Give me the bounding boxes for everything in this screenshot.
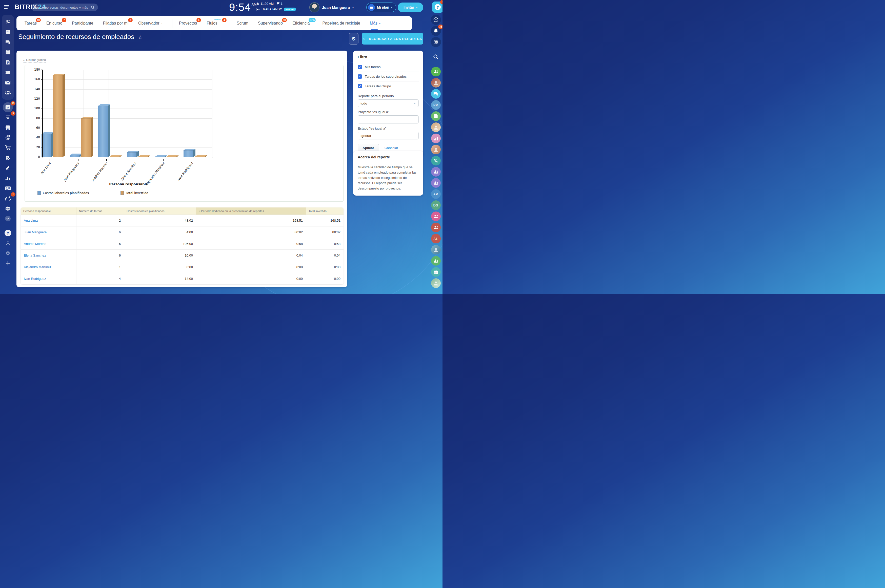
right-search-button[interactable]: [431, 52, 441, 62]
checkbox-checked-icon[interactable]: ✓: [358, 65, 362, 69]
work-timer[interactable]: 9:54 AM: [229, 1, 257, 14]
tab-mas[interactable]: Más▾: [370, 16, 380, 30]
sidebar-settings[interactable]: [3, 248, 13, 258]
favorite-star-icon[interactable]: ☆: [138, 34, 143, 40]
sidebar-item-market[interactable]: [3, 123, 13, 133]
person-link[interactable]: Elena Sanchez: [24, 254, 46, 257]
sidebar-share[interactable]: [3, 238, 13, 248]
filter-checkbox-group[interactable]: ✓ Tareas del Grupo: [358, 81, 419, 91]
chat-avatar-people[interactable]: [431, 178, 441, 188]
chat-avatar-chart[interactable]: [431, 134, 441, 143]
person-link[interactable]: Andrés Moreno: [24, 242, 46, 246]
sidebar-item-shop[interactable]: [3, 143, 13, 153]
sidebar-item-teams[interactable]: [3, 87, 13, 98]
checkbox-checked-icon[interactable]: ✓: [358, 74, 362, 79]
chat-avatar-initials[interactable]: DS: [431, 200, 441, 210]
tab-papelera[interactable]: Papelera de reciclaje: [322, 16, 360, 30]
chat-avatar-people[interactable]: [431, 67, 441, 76]
apply-button[interactable]: Aplicar: [358, 144, 379, 152]
sidebar-item-sign-doc[interactable]: [3, 153, 13, 163]
chat-avatar-photo[interactable]: [431, 78, 441, 87]
tab-scrum[interactable]: Scrum: [237, 16, 248, 30]
bar: [81, 118, 91, 157]
sidebar-item-crm-goal[interactable]: [3, 133, 13, 143]
tab-flujos[interactable]: NUEVOFlujos4: [207, 16, 224, 30]
sidebar-help[interactable]: ?: [3, 228, 13, 238]
sidebar-item-feed[interactable]: [3, 27, 13, 37]
chevron-left-icon[interactable]: ‹: [162, 21, 162, 25]
sidebar-item-docs[interactable]: [3, 57, 13, 67]
sidebar-item-network[interactable]: [3, 17, 13, 27]
person-link[interactable]: Juan Manguera: [24, 230, 47, 234]
search-icon[interactable]: [91, 5, 95, 10]
sidebar-item-mail[interactable]: [3, 77, 13, 87]
sidebar-item-flows[interactable]: 3: [3, 112, 13, 123]
sidebar-item-analytics[interactable]: [3, 173, 13, 183]
col-total[interactable]: Total invertido: [306, 207, 344, 214]
chat-avatar-people[interactable]: [431, 256, 441, 266]
back-to-reports-button[interactable]: ‹ REGRESAR A LOS REPORTES: [362, 33, 423, 45]
period-select[interactable]: todo ⌄: [358, 99, 419, 107]
user-profile[interactable]: Juan Manguera ▾: [310, 2, 354, 12]
sidebar-item-copilot[interactable]: 1: [3, 193, 13, 203]
user-avatar[interactable]: [310, 2, 320, 12]
tab-tareas[interactable]: Tareas10: [24, 16, 37, 30]
chat-avatar-news[interactable]: [431, 111, 441, 121]
sidebar-item-contact-card[interactable]: [3, 183, 13, 193]
chat-avatar-people[interactable]: [431, 223, 441, 232]
help-button[interactable]: ? 5: [432, 2, 443, 13]
chat-avatar-photo[interactable]: [431, 145, 441, 154]
status-select[interactable]: Ignorar ⌄: [358, 132, 419, 140]
cancel-link[interactable]: Cancelar: [385, 146, 398, 150]
person-link[interactable]: Alejandro Martínez: [24, 265, 51, 269]
chat-avatar-phone[interactable]: [431, 156, 441, 165]
tab-proyectos[interactable]: Proyectos4: [179, 16, 197, 30]
global-search-input[interactable]: buscar personas, documentos y más: [31, 3, 98, 11]
sidebar-add[interactable]: [3, 258, 13, 268]
chat-avatar-people[interactable]: [431, 212, 441, 221]
chat-avatar-initials[interactable]: AL: [431, 234, 441, 243]
sort-desc-icon: ↓: [199, 210, 200, 213]
sidebar-item-drive[interactable]: [3, 67, 13, 77]
person-link[interactable]: Ivan Rodriguez: [24, 277, 46, 280]
sidebar-item-box[interactable]: [3, 203, 13, 213]
filter-checkbox-my-tasks[interactable]: ✓ Mis tareas: [358, 62, 419, 72]
my-plan-button[interactable]: Mi plan ▾: [366, 3, 396, 12]
sidebar-item-messenger[interactable]: [3, 37, 13, 47]
filter-checkbox-subordinates[interactable]: ✓ Tareas de los subordinados: [358, 72, 419, 81]
col-numero[interactable]: Número de tareas: [77, 207, 124, 214]
chat-avatar-calendar[interactable]: [431, 267, 441, 277]
hamburger-menu-icon[interactable]: [4, 5, 9, 9]
sidebar-item-tasks[interactable]: 10: [3, 102, 13, 112]
chat-avatar-initials[interactable]: PP: [431, 100, 441, 110]
person-link[interactable]: Ana Lima: [24, 219, 38, 222]
tab-en-curso[interactable]: En curso7: [46, 16, 62, 30]
chat-avatar-photo[interactable]: [431, 278, 441, 288]
tab-eficiencia[interactable]: Eficiencia67%: [292, 16, 310, 30]
copilot-button[interactable]: [431, 15, 441, 25]
sidebar-collapse[interactable]: [3, 213, 13, 224]
chat-avatar-initials[interactable]: AP: [431, 189, 441, 199]
y-tick-label: 20: [32, 146, 40, 149]
col-persona[interactable]: Persona responsable: [21, 207, 77, 214]
sidebar-item-esign-pen[interactable]: [3, 163, 13, 173]
report-settings-button[interactable]: ⚙: [349, 33, 358, 45]
tab-supervisando[interactable]: Supervisando50: [258, 16, 283, 30]
chat-avatar-photo[interactable]: [431, 245, 441, 255]
sidebar-item-calendar[interactable]: [3, 47, 13, 57]
project-input[interactable]: [358, 116, 419, 123]
hide-chart-toggle[interactable]: ▲Ocultar gráfico: [23, 58, 46, 63]
chat-avatar-photo[interactable]: [431, 123, 441, 132]
status-record-icon[interactable]: [256, 8, 260, 11]
history-button[interactable]: [431, 37, 441, 47]
chat-avatar-chat[interactable]: [431, 89, 441, 99]
tab-observador[interactable]: Observador‹: [138, 16, 162, 30]
col-costos[interactable]: Costos laborales planificados: [124, 207, 196, 214]
tab-participante[interactable]: Participante: [72, 16, 93, 30]
checkbox-checked-icon[interactable]: ✓: [358, 84, 362, 88]
invite-button[interactable]: Invitar ▾: [398, 3, 423, 12]
chat-avatar-people[interactable]: [431, 167, 441, 177]
notifications-button[interactable]: 35: [431, 26, 441, 36]
col-periodo[interactable]: ↓Período dedicado en la presentación de …: [196, 207, 306, 214]
tab-fijadas[interactable]: Fijadas por mí3: [103, 16, 129, 30]
